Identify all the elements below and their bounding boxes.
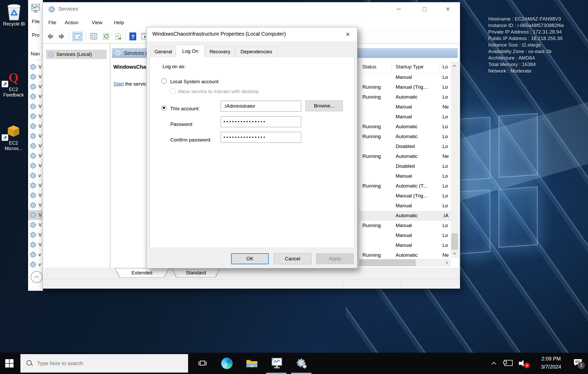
- dialog-titlebar[interactable]: WindowsChaosInfrastructure Properties (L…: [147, 27, 357, 41]
- service-row[interactable]: Automatic.\A: [359, 211, 451, 221]
- tab-recovery[interactable]: Recovery: [205, 47, 235, 57]
- tray-expand-button[interactable]: [488, 353, 500, 374]
- services-taskbar-button[interactable]: [292, 353, 311, 374]
- background-service-row[interactable]: v: [28, 250, 43, 260]
- service-row[interactable]: ManualLo: [359, 112, 451, 122]
- cancel-button[interactable]: Cancel: [274, 253, 311, 264]
- show-console-tree-button[interactable]: [72, 32, 83, 41]
- background-window-file-menu[interactable]: File: [32, 19, 40, 24]
- service-row[interactable]: RunningAutomaticLo: [359, 132, 451, 142]
- background-service-row[interactable]: V: [28, 62, 43, 72]
- menu-help[interactable]: Help: [114, 16, 124, 29]
- service-row[interactable]: DisabledLo: [359, 142, 451, 152]
- service-row[interactable]: RunningAutomatic (T...Lo: [359, 181, 451, 191]
- ok-button[interactable]: OK: [231, 253, 269, 264]
- background-service-row[interactable]: V: [28, 72, 43, 82]
- scroll-down-button[interactable]: [451, 250, 459, 258]
- horizontal-scroll-thumb[interactable]: [359, 259, 416, 266]
- service-row[interactable]: RunningManualLo: [359, 221, 451, 231]
- desktop-icon-ec2-feedback[interactable]: Q ↗ EC2 Feedback: [1, 68, 26, 98]
- file-explorer-button[interactable]: [242, 353, 262, 374]
- background-service-row[interactable]: V: [28, 210, 43, 220]
- background-window-name-column[interactable]: Nan: [31, 51, 40, 57]
- allow-desktop-checkbox[interactable]: [170, 89, 175, 94]
- tab-general[interactable]: General: [151, 47, 176, 57]
- column-status[interactable]: Status: [362, 64, 376, 70]
- service-row[interactable]: ManualNe: [359, 102, 451, 112]
- service-row[interactable]: RunningAutomaticNe: [359, 152, 451, 162]
- taskbar-clock[interactable]: 2:09 PM 3/7/2024: [533, 355, 569, 371]
- back-button[interactable]: [46, 32, 55, 41]
- menu-file[interactable]: File: [48, 16, 56, 29]
- background-window-strip[interactable]: File Pro Nan VVVVVVVVVVVvVVVVVVVvv: [28, 0, 43, 291]
- background-service-row[interactable]: V: [28, 101, 43, 111]
- task-view-button[interactable]: [193, 353, 212, 374]
- background-service-row[interactable]: V: [28, 240, 43, 250]
- search-input[interactable]: [37, 360, 178, 366]
- dialog-close-button[interactable]: ×: [341, 29, 355, 40]
- properties-button[interactable]: [89, 32, 98, 41]
- perfmon-button[interactable]: [267, 353, 286, 374]
- background-service-row[interactable]: v: [28, 171, 43, 180]
- background-service-row[interactable]: V: [28, 92, 43, 101]
- apply-button[interactable]: Apply: [316, 253, 354, 264]
- menu-action[interactable]: Action: [65, 16, 79, 29]
- background-service-row[interactable]: V: [28, 200, 43, 210]
- minimize-button[interactable]: [390, 3, 407, 15]
- service-row[interactable]: DisabledLo: [359, 162, 451, 171]
- scroll-right-button[interactable]: [443, 259, 451, 267]
- refresh-button[interactable]: [102, 32, 111, 41]
- browse-button[interactable]: Browse...: [305, 100, 343, 111]
- scroll-up-circle-button[interactable]: [31, 271, 43, 283]
- background-service-row[interactable]: V: [28, 230, 43, 240]
- service-row[interactable]: ManualLo: [359, 201, 451, 211]
- vertical-scrollbar[interactable]: [451, 62, 459, 258]
- service-row[interactable]: RunningAutomaticLo: [359, 122, 451, 132]
- background-service-row[interactable]: V: [28, 111, 43, 121]
- background-service-row[interactable]: V: [28, 121, 43, 131]
- background-service-row[interactable]: V: [28, 151, 43, 161]
- background-service-row[interactable]: V: [28, 220, 43, 230]
- tab-log-on[interactable]: Log On: [176, 45, 205, 57]
- desktop-icon-recycle-bin[interactable]: Recycle Bi: [2, 3, 27, 27]
- confirm-password-input[interactable]: [221, 132, 301, 143]
- tab-extended[interactable]: Extended: [115, 268, 169, 278]
- background-service-row[interactable]: V: [28, 141, 43, 151]
- horizontal-scrollbar[interactable]: [359, 259, 451, 267]
- tab-standard[interactable]: Standard: [172, 268, 220, 278]
- start-service-link[interactable]: Start: [113, 81, 124, 87]
- column-log-on-as[interactable]: Lo: [442, 64, 448, 70]
- background-service-row[interactable]: V: [28, 131, 43, 141]
- password-input[interactable]: [221, 116, 301, 127]
- service-row[interactable]: ManualLo: [359, 171, 451, 181]
- services-titlebar[interactable]: Services ×: [43, 2, 460, 16]
- action-center-button[interactable]: 1: [571, 353, 586, 374]
- desktop-icon-ec2-microsoft[interactable]: ↗ EC2 Micros...: [1, 122, 26, 151]
- help-button[interactable]: ?: [128, 32, 137, 41]
- background-service-row[interactable]: V: [28, 82, 43, 92]
- maximize-button[interactable]: [416, 3, 433, 15]
- volume-tray-button[interactable]: ×: [516, 353, 531, 374]
- menu-view[interactable]: View: [92, 16, 102, 29]
- forward-button[interactable]: [57, 32, 66, 41]
- column-startup-type[interactable]: Startup Type: [396, 64, 423, 70]
- account-input[interactable]: [221, 101, 301, 112]
- this-account-radio[interactable]: [161, 105, 167, 111]
- background-service-row[interactable]: V: [28, 161, 43, 171]
- service-row[interactable]: Manual (Trig...Lo: [359, 191, 451, 201]
- vertical-scroll-thumb[interactable]: [451, 233, 458, 250]
- background-service-row[interactable]: V: [28, 180, 43, 190]
- tab-dependencies[interactable]: Dependencies: [235, 47, 277, 57]
- service-row[interactable]: ManualLo: [359, 73, 451, 82]
- service-row[interactable]: RunningAutomaticLo: [359, 92, 451, 102]
- edge-button[interactable]: [217, 353, 237, 374]
- tree-item-services-local[interactable]: Services (Local): [46, 50, 107, 59]
- service-row[interactable]: ManualLo: [359, 231, 451, 241]
- close-button[interactable]: ×: [440, 3, 456, 15]
- network-tray-button[interactable]: [501, 353, 514, 374]
- local-system-radio[interactable]: [161, 78, 167, 84]
- service-row[interactable]: ManualLo: [359, 241, 451, 250]
- export-list-button[interactable]: [114, 32, 123, 41]
- taskbar-search[interactable]: [20, 354, 188, 373]
- background-service-row[interactable]: V: [28, 190, 43, 200]
